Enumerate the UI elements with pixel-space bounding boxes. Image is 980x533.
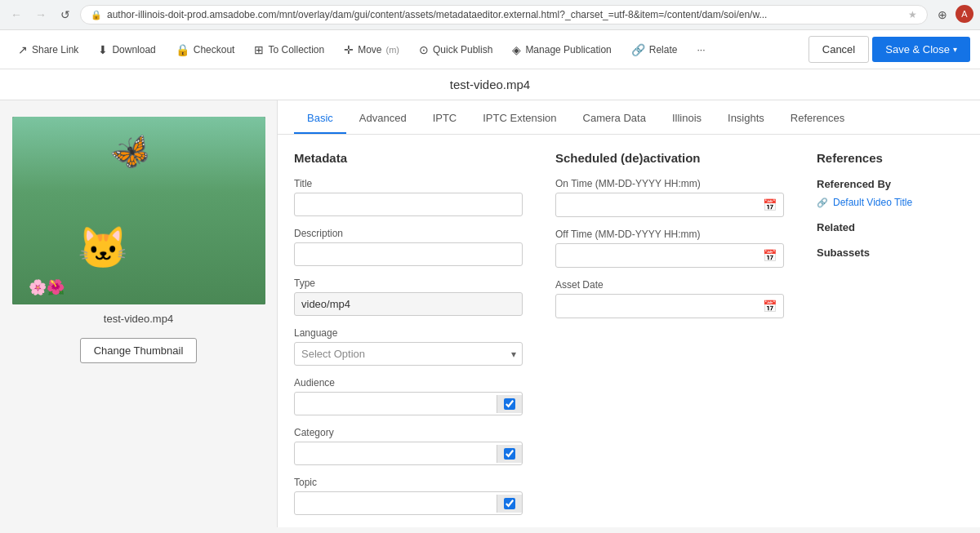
tab-illinois[interactable]: Illinois (659, 100, 715, 134)
type-field-group: Type (294, 278, 523, 316)
category-input-wrapper (294, 442, 523, 465)
tab-iptc[interactable]: IPTC (420, 100, 470, 134)
title-input[interactable] (294, 193, 523, 216)
butterfly-decoration: 🦋 (105, 127, 156, 177)
extensions-button[interactable]: ⊕ (933, 5, 952, 24)
back-button[interactable]: ← (7, 5, 26, 24)
audience-input-wrapper (294, 392, 523, 415)
audience-checkbox[interactable] (504, 398, 515, 410)
cancel-button[interactable]: Cancel (808, 36, 869, 63)
metadata-section-title: Metadata (294, 151, 523, 165)
manage-publication-button[interactable]: ◈ Manage Publication (504, 38, 619, 61)
referenced-by-title: Referenced By (817, 178, 964, 190)
on-time-calendar-icon[interactable]: 📅 (756, 193, 783, 216)
off-time-input-wrapper: 📅 (555, 243, 784, 268)
share-link-button[interactable]: ↗ Share Link (10, 38, 87, 61)
related-title: Related (817, 221, 964, 233)
video-thumbnail: 🦋 🐱 🌸🌺 (12, 117, 265, 304)
more-button[interactable]: ··· (688, 39, 713, 60)
topic-input-wrapper (294, 491, 523, 515)
scheduled-section-title: Scheduled (de)activation (555, 151, 784, 165)
metadata-column: Metadata Title Description Type Language (294, 151, 523, 526)
tab-camera-data[interactable]: Camera Data (570, 100, 659, 134)
change-thumbnail-button[interactable]: Change Thumbnail (80, 338, 198, 363)
reference-item[interactable]: 🔗 Default Video Title (817, 197, 964, 208)
language-label: Language (294, 327, 523, 339)
tab-advanced[interactable]: Advanced (346, 100, 420, 134)
manage-pub-icon: ◈ (512, 43, 521, 56)
profile-button[interactable]: A (956, 5, 973, 23)
cat-decoration: 🐱 (78, 224, 128, 272)
asset-date-calendar-icon[interactable]: 📅 (756, 295, 783, 318)
left-panel: 🦋 🐱 🌸🌺 test-video.mp4 Change Thumbnail (0, 100, 278, 527)
language-select-wrapper: Select Option English Spanish French (294, 342, 523, 366)
to-collection-button[interactable]: ⊞ To Collection (246, 38, 332, 61)
on-time-input-wrapper: 📅 (555, 193, 784, 217)
move-button[interactable]: ✛ Move (m) (336, 38, 408, 61)
related-section: Related (817, 221, 964, 233)
lock-icon: 🔒 (176, 43, 189, 56)
save-close-button[interactable]: Save & Close ▾ (872, 37, 970, 62)
browser-chrome: ← → ↺ 🔒 author-illinois-doit-prod.amsado… (0, 0, 980, 30)
topic-input[interactable] (295, 492, 497, 514)
on-time-field-group: On Time (MM-DD-YYYY HH:mm) 📅 (555, 178, 784, 217)
title-field-group: Title (294, 178, 523, 216)
download-button[interactable]: ⬇ Download (90, 38, 163, 61)
flowers-decoration: 🌸🌺 (29, 278, 65, 296)
off-time-calendar-icon[interactable]: 📅 (756, 244, 783, 267)
forward-button[interactable]: → (31, 5, 51, 24)
move-icon: ✛ (344, 43, 354, 56)
tab-insights[interactable]: Insights (715, 100, 777, 134)
references-column: References Referenced By 🔗 Default Video… (817, 151, 964, 526)
download-icon: ⬇ (98, 43, 108, 56)
topic-field-group: Topic (294, 477, 523, 515)
page-title: test-video.mp4 (0, 69, 980, 100)
subassets-section: Subassets (817, 247, 964, 259)
on-time-input[interactable] (556, 194, 756, 216)
asset-date-field-group: Asset Date 📅 (555, 279, 784, 318)
category-input[interactable] (295, 442, 497, 464)
category-checkbox[interactable] (504, 448, 515, 460)
description-input[interactable] (294, 242, 523, 266)
category-field-group: Category (294, 427, 523, 465)
audience-checkbox-wrapper (497, 395, 522, 413)
off-time-field-group: Off Time (MM-DD-YYYY HH:mm) 📅 (555, 229, 784, 268)
share-icon: ↗ (18, 43, 28, 56)
topic-checkbox-wrapper (497, 495, 522, 513)
category-label: Category (294, 427, 523, 438)
title-label: Title (294, 178, 523, 189)
asset-date-input[interactable] (556, 295, 756, 318)
tabs-bar: Basic Advanced IPTC IPTC Extension Camer… (278, 100, 980, 135)
off-time-label: Off Time (MM-DD-YYYY HH:mm) (555, 229, 784, 240)
subassets-title: Subassets (817, 247, 964, 259)
quick-publish-button[interactable]: ⊙ Quick Publish (411, 38, 501, 61)
relate-button[interactable]: 🔗 Relate (623, 38, 686, 61)
tab-references[interactable]: References (777, 100, 858, 134)
off-time-input[interactable] (556, 245, 756, 267)
description-label: Description (294, 228, 523, 239)
main-content: 🦋 🐱 🌸🌺 test-video.mp4 Change Thumbnail B… (0, 100, 980, 527)
audience-input[interactable] (295, 393, 497, 415)
language-field-group: Language Select Option English Spanish F… (294, 327, 523, 366)
collection-icon: ⊞ (254, 43, 264, 56)
app-toolbar: ↗ Share Link ⬇ Download 🔒 Checkout ⊞ To … (0, 30, 980, 69)
link-icon: 🔗 (817, 198, 828, 208)
url-text: author-illinois-doit-prod.amsadobe.com/m… (107, 9, 903, 20)
right-panel[interactable]: Basic Advanced IPTC IPTC Extension Camer… (278, 100, 980, 527)
topic-label: Topic (294, 477, 523, 488)
category-checkbox-wrapper (497, 445, 522, 463)
address-bar: 🔒 author-illinois-doit-prod.amsadobe.com… (80, 5, 928, 24)
form-content: Metadata Title Description Type Language (278, 135, 980, 527)
type-input (294, 292, 523, 316)
save-dropdown-icon: ▾ (953, 45, 957, 54)
checkout-button[interactable]: 🔒 Checkout (167, 38, 243, 61)
description-field-group: Description (294, 228, 523, 266)
reload-button[interactable]: ↺ (56, 5, 75, 24)
language-select[interactable]: Select Option English Spanish French (294, 342, 523, 366)
referenced-by-section: Referenced By 🔗 Default Video Title (817, 178, 964, 208)
topic-checkbox[interactable] (504, 498, 515, 509)
references-section-title: References (817, 151, 964, 165)
audience-field-group: Audience (294, 377, 523, 415)
tab-iptc-extension[interactable]: IPTC Extension (470, 100, 569, 134)
tab-basic[interactable]: Basic (294, 100, 346, 134)
